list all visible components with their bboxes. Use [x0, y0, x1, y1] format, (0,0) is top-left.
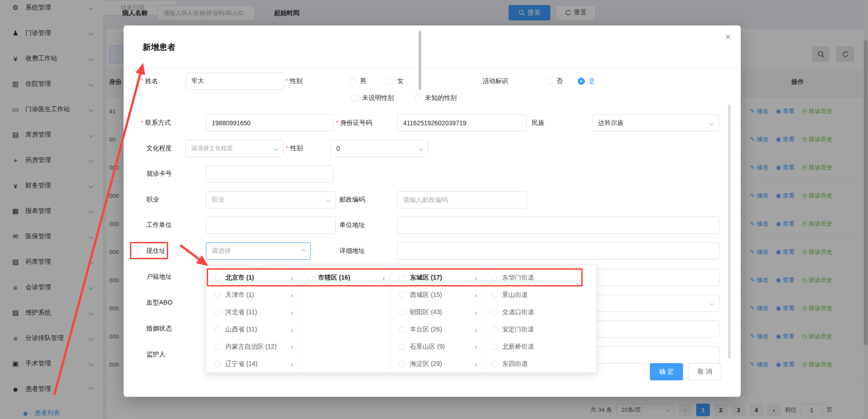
radio-icon[interactable]: [399, 344, 405, 350]
cascader-option[interactable]: 山西省 (11): [206, 321, 299, 338]
cascader-option[interactable]: 交道口街道: [483, 304, 539, 321]
radio-female-label[interactable]: 女: [397, 77, 404, 85]
chevron-right-icon: [474, 326, 477, 334]
radio-male[interactable]: [349, 78, 356, 85]
radio-gender-unstated[interactable]: [351, 94, 359, 102]
radio-icon[interactable]: [491, 361, 498, 367]
cascader-option-label: 西城区 (15): [410, 291, 474, 299]
cascader-option[interactable]: 海淀区 (29): [391, 355, 483, 373]
work-address-input[interactable]: [397, 217, 719, 234]
radio-active-yes-label[interactable]: 是: [589, 77, 595, 85]
cascader-option[interactable]: 市辖区 (16): [299, 269, 390, 286]
radio-active-yes[interactable]: [578, 78, 585, 85]
phone-input[interactable]: [206, 114, 333, 132]
cascader-option[interactable]: 西城区 (15): [391, 286, 483, 304]
id-card-input[interactable]: [397, 114, 527, 132]
radio-icon[interactable]: [399, 361, 405, 367]
radio-icon[interactable]: [215, 326, 221, 333]
chevron-right-icon: [474, 360, 477, 368]
marriage-label: 婚姻状态: [146, 325, 172, 333]
radio-icon[interactable]: [491, 309, 498, 315]
chevron-right-icon: [474, 274, 477, 282]
radio-active-no-label[interactable]: 否: [556, 77, 563, 85]
job-select[interactable]: 职业: [206, 191, 336, 208]
close-icon[interactable]: ×: [722, 31, 734, 44]
cascader-option[interactable]: 景山街道: [483, 286, 539, 304]
chevron-right-icon: [290, 326, 293, 334]
cascader-option[interactable]: 石景山区 (9): [391, 338, 483, 355]
radio-gender-unstated-label[interactable]: 未说明性别: [362, 94, 394, 102]
chevron-right-icon: [290, 343, 293, 351]
cascader-option[interactable]: 天津市 (1): [206, 286, 299, 304]
chevron-down-icon: [274, 146, 279, 151]
sex-code-select[interactable]: 0: [330, 140, 429, 157]
chevron-right-icon: [290, 291, 293, 299]
work-unit-input[interactable]: [206, 217, 336, 234]
cascader-option[interactable]: 东华门街道: [483, 269, 539, 286]
guardian-label: 监护人: [146, 350, 165, 359]
radio-icon[interactable]: [399, 275, 405, 281]
radio-icon[interactable]: [491, 292, 498, 298]
radio-female[interactable]: [386, 78, 394, 85]
chevron-right-icon: [382, 274, 385, 282]
current-address-cascader[interactable]: 请选择: [206, 242, 311, 260]
nation-label: 民族: [532, 119, 544, 127]
modal-scrollbar-thumb[interactable]: [728, 104, 731, 359]
cascader-option[interactable]: 丰台区 (26): [391, 321, 483, 338]
chevron-right-icon: [474, 309, 477, 316]
cascader-option[interactable]: 北新桥街道: [483, 338, 539, 355]
radio-icon[interactable]: [399, 326, 405, 333]
cascader-option[interactable]: 辽宁省 (14): [206, 355, 299, 373]
cascader-option[interactable]: 安定门街道: [483, 321, 539, 338]
radio-icon[interactable]: [491, 275, 498, 281]
radio-active-no[interactable]: [545, 78, 553, 85]
chevron-right-icon: [474, 291, 477, 299]
cascader-option-label: 东城区 (17): [410, 274, 474, 282]
radio-icon[interactable]: [215, 361, 221, 367]
name-input[interactable]: [185, 73, 284, 90]
chevron-right-icon: [290, 309, 293, 316]
chevron-down-icon: [326, 197, 331, 202]
blood-type-label: 血型ABO: [146, 299, 173, 307]
address-cascader-panel: 北京市 (1) 天津市 (1) 河北省 (11) 山西省: [206, 264, 597, 373]
radio-icon[interactable]: [215, 309, 221, 315]
sex-code-label: 性别: [286, 144, 303, 153]
cascader-option-label: 东四街道: [502, 360, 534, 368]
cascader-option-label: 山西省 (11): [225, 325, 290, 334]
radio-male-label[interactable]: 男: [360, 77, 366, 85]
radio-gender-unknown[interactable]: [414, 94, 421, 102]
radio-icon[interactable]: [215, 344, 221, 350]
active-flag-label: 活动标识: [483, 77, 508, 85]
cascader-option[interactable]: 内蒙古自治区 (12): [206, 338, 299, 355]
cascader-option-label: 朝阳区 (43): [410, 308, 474, 316]
radio-icon[interactable]: [491, 344, 498, 350]
cascader-option[interactable]: 北京市 (1): [206, 269, 299, 286]
education-select[interactable]: 请选择文化程度: [185, 140, 284, 157]
cascader-option-label: 海淀区 (29): [410, 360, 474, 368]
hukou-address-label: 户籍地址: [146, 273, 172, 281]
detail-address-input[interactable]: [397, 242, 719, 260]
chevron-down-icon: [419, 146, 424, 151]
cascader-option-label: 市辖区 (16): [318, 274, 382, 282]
radio-icon[interactable]: [215, 292, 221, 298]
cascader-option-label: 丰台区 (26): [410, 325, 474, 334]
radio-icon[interactable]: [491, 326, 498, 333]
radio-icon[interactable]: [399, 309, 405, 315]
cascader-option[interactable]: 河北省 (11): [206, 304, 299, 321]
cancel-button[interactable]: 取 消: [688, 363, 722, 380]
cascader-column: 市辖区 (16): [299, 265, 391, 372]
confirm-button[interactable]: 确 定: [650, 363, 683, 380]
radio-icon[interactable]: [307, 275, 314, 281]
cascader-option[interactable]: 东城区 (17): [391, 269, 483, 286]
cascader-option[interactable]: 东四街道: [483, 355, 539, 373]
radio-icon[interactable]: [215, 275, 221, 281]
cascader-option-label: 北京市 (1): [225, 274, 290, 282]
zip-input[interactable]: [397, 191, 527, 208]
nation-select[interactable]: 达斡尔族: [592, 114, 719, 132]
detail-address-label: 详细地址: [339, 247, 365, 255]
visit-card-input[interactable]: [206, 165, 333, 182]
cascader-scrollbar-thumb[interactable]: [419, 31, 421, 90]
radio-icon[interactable]: [399, 292, 405, 298]
cascader-option[interactable]: 朝阳区 (43): [391, 304, 483, 321]
radio-gender-unknown-label[interactable]: 未知的性别: [425, 94, 457, 102]
